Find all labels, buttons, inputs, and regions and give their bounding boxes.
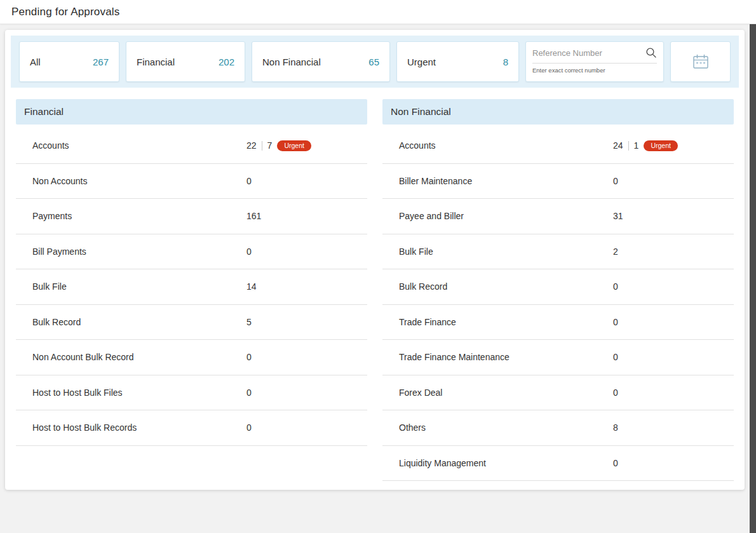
filter-bar: All 267 Financial 202 Non Financial 65 U… (11, 36, 739, 88)
row-label: Bulk File (399, 246, 613, 257)
filter-tab-label: Non Financial (262, 57, 321, 67)
row-count: 0 (246, 246, 252, 257)
row-count: 0 (613, 388, 618, 398)
row-trade-finance-maintenance[interactable]: Trade Finance Maintenance 0 (382, 340, 734, 375)
row-count: 0 (246, 176, 252, 186)
row-count: 0 (613, 317, 618, 327)
row-counts: 0 (613, 458, 618, 468)
panel-header: Financial (16, 99, 367, 125)
row-accounts[interactable]: Accounts 22 7 Urgent (16, 128, 367, 164)
row-label: Payee and Biller (399, 211, 613, 221)
row-payments[interactable]: Payments 161 (16, 199, 367, 234)
panel-title: Non Financial (391, 106, 451, 117)
row-label: Host to Host Bulk Files (32, 388, 246, 398)
row-accounts[interactable]: Accounts 24 1 Urgent (382, 128, 734, 164)
row-count: 22 (246, 140, 257, 151)
row-counts: 2 (613, 246, 618, 257)
row-count: 0 (613, 281, 618, 292)
row-label: Liquidity Management (399, 458, 613, 468)
row-label: Host to Host Bulk Records (32, 422, 246, 433)
row-label: Non Account Bulk Record (32, 352, 246, 362)
row-count: 14 (246, 281, 257, 292)
row-host-to-host-bulk-records[interactable]: Host to Host Bulk Records 0 (16, 410, 367, 446)
calendar-icon (692, 54, 709, 69)
row-label: Biller Maintenance (399, 176, 613, 186)
row-count: 0 (246, 422, 252, 433)
row-bill-payments[interactable]: Bill Payments 0 (16, 234, 367, 270)
row-counts: 0 (246, 352, 252, 362)
filter-tab-label: All (30, 57, 41, 67)
row-label: Bulk Record (32, 317, 246, 327)
urgent-badge: Urgent (277, 140, 311, 152)
row-label: Bill Payments (32, 246, 246, 257)
search-icon (645, 47, 657, 58)
row-counts: 14 (246, 281, 257, 292)
count-divider (628, 141, 629, 151)
panel-filler (16, 446, 367, 482)
count-divider (262, 141, 262, 151)
row-label: Bulk Record (399, 281, 613, 292)
row-count: 8 (613, 422, 618, 433)
urgent-count: 7 (267, 140, 273, 151)
row-label: Bulk File (32, 281, 246, 292)
row-count: 2 (613, 246, 618, 257)
filter-tab-urgent[interactable]: Urgent 8 (396, 41, 519, 82)
date-filter-button[interactable] (670, 41, 731, 82)
row-counts: 0 (246, 388, 252, 398)
row-counts: 8 (613, 422, 618, 433)
row-label: Accounts (32, 140, 246, 151)
filter-tabs: All 267 Financial 202 Non Financial 65 U… (19, 41, 519, 82)
row-bulk-file[interactable]: Bulk File 14 (16, 269, 367, 305)
row-label: Forex Deal (399, 388, 613, 398)
panel-rows: Accounts 22 7 Urgent Non Accounts 0 Paym… (16, 128, 367, 446)
row-trade-finance[interactable]: Trade Finance 0 (382, 305, 734, 341)
row-non-accounts[interactable]: Non Accounts 0 (16, 164, 367, 199)
row-host-to-host-bulk-files[interactable]: Host to Host Bulk Files 0 (16, 375, 367, 411)
row-counts: 5 (246, 317, 252, 327)
filter-tab-label: Financial (137, 57, 175, 67)
row-bulk-record[interactable]: Bulk Record 5 (16, 305, 367, 341)
content-area: All 267 Financial 202 Non Financial 65 U… (0, 24, 750, 533)
search-button[interactable] (642, 47, 657, 58)
panel-header: Non Financial (382, 99, 734, 125)
row-count: 24 (613, 140, 623, 151)
row-non-account-bulk-record[interactable]: Non Account Bulk Record 0 (16, 340, 367, 375)
row-bulk-record[interactable]: Bulk Record 0 (382, 269, 734, 305)
filter-tab-count: 202 (219, 57, 234, 67)
row-counts: 0 (246, 246, 252, 257)
row-counts: 161 (246, 211, 261, 221)
row-counts: 0 (613, 317, 618, 327)
row-label: Others (399, 422, 613, 433)
dark-right-edge (750, 0, 756, 533)
row-count: 0 (613, 176, 618, 186)
panel-title: Financial (24, 106, 64, 117)
row-count: 0 (246, 388, 252, 398)
row-others[interactable]: Others 8 (382, 410, 734, 446)
row-count: 0 (613, 458, 618, 468)
search-helper-text: Enter exact correct number (532, 64, 657, 74)
filter-tab-non-financial[interactable]: Non Financial 65 (252, 41, 390, 82)
row-bulk-file[interactable]: Bulk File 2 (382, 234, 734, 270)
filter-tab-financial[interactable]: Financial 202 (126, 41, 245, 82)
filter-tab-all[interactable]: All 267 (19, 41, 119, 82)
pending-approvals-page: Pending for Approvals All 267 Financial … (0, 0, 756, 533)
row-liquidity-management[interactable]: Liquidity Management 0 (382, 446, 734, 482)
row-counts: 0 (613, 281, 618, 292)
row-count: 161 (246, 211, 261, 221)
row-counts: 0 (246, 176, 252, 186)
row-counts: 0 (246, 422, 252, 433)
panel-financial: Financial Accounts 22 7 Urgent Non Accou… (16, 99, 367, 481)
panels: Financial Accounts 22 7 Urgent Non Accou… (11, 88, 739, 481)
page-title: Pending for Approvals (11, 6, 120, 18)
row-forex-deal[interactable]: Forex Deal 0 (382, 375, 734, 411)
row-label: Trade Finance (399, 317, 613, 327)
panel-rows: Accounts 24 1 Urgent Biller Maintenance … (382, 128, 734, 481)
row-biller-maintenance[interactable]: Biller Maintenance 0 (382, 164, 734, 199)
row-counts: 22 7 Urgent (246, 140, 311, 152)
row-counts: 24 1 Urgent (613, 140, 678, 152)
row-label: Non Accounts (32, 176, 246, 186)
row-label: Payments (32, 211, 246, 221)
reference-number-input[interactable] (532, 48, 642, 58)
filter-tab-count: 267 (93, 57, 109, 67)
row-payee-and-biller[interactable]: Payee and Biller 31 (382, 199, 734, 234)
